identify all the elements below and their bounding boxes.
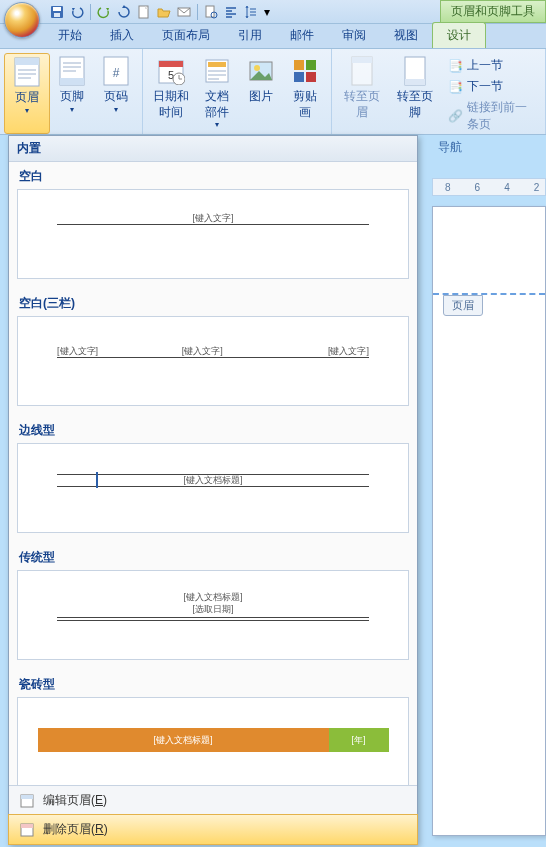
svg-rect-30 bbox=[21, 795, 33, 799]
gallery-item-blank[interactable]: [键入文字] bbox=[17, 189, 409, 279]
mail-icon[interactable] bbox=[175, 3, 193, 21]
svg-rect-14 bbox=[159, 61, 183, 67]
goto-header-icon bbox=[346, 55, 378, 87]
qat-dropdown-icon[interactable]: ▾ bbox=[262, 3, 272, 21]
svg-rect-10 bbox=[60, 78, 84, 85]
nav-section-buttons: 📑上一节 📑下一节 🔗链接到前一条页 bbox=[442, 53, 541, 134]
header-button[interactable]: 页眉▾ bbox=[4, 53, 50, 134]
ruler-tick: 8 bbox=[445, 182, 451, 193]
svg-rect-8 bbox=[15, 58, 39, 65]
tab-references[interactable]: 引用 bbox=[224, 23, 276, 48]
align-left-icon[interactable] bbox=[222, 3, 240, 21]
svg-rect-32 bbox=[21, 824, 33, 828]
svg-text:#: # bbox=[113, 66, 120, 80]
gallery-section-builtin: 内置 bbox=[9, 136, 417, 162]
save-icon[interactable] bbox=[48, 3, 66, 21]
goto-footer-button[interactable]: 转至页脚 bbox=[389, 53, 442, 134]
prev-section-button[interactable]: 📑上一节 bbox=[448, 57, 535, 74]
svg-rect-18 bbox=[208, 62, 226, 67]
svg-rect-24 bbox=[306, 72, 316, 82]
nav-pane-label: 导航 bbox=[432, 135, 546, 160]
ruler-tick: 6 bbox=[475, 182, 481, 193]
ribbon-body: 页眉▾ 页脚▾ # 页码▾ 5 日期和 时间 文档部件▾ 图片 剪贴画 bbox=[0, 49, 546, 135]
footer-button[interactable]: 页脚▾ bbox=[50, 53, 94, 134]
tab-home[interactable]: 开始 bbox=[44, 23, 96, 48]
gallery-item-title: 空白(三栏) bbox=[9, 289, 417, 314]
cursor-indicator bbox=[96, 472, 98, 488]
office-button[interactable] bbox=[4, 2, 40, 38]
quick-access-toolbar: ▾ bbox=[48, 0, 272, 23]
footer-icon bbox=[56, 55, 88, 87]
edit-header-menu-item[interactable]: 编辑页眉(E) bbox=[9, 786, 417, 815]
undo-icon[interactable] bbox=[68, 3, 86, 21]
edit-header-label: 编辑页眉(E) bbox=[43, 792, 107, 809]
separator bbox=[197, 4, 198, 20]
group-header-footer: 页眉▾ 页脚▾ # 页码▾ bbox=[0, 49, 143, 134]
svg-rect-26 bbox=[352, 57, 372, 63]
header-label: 页眉 bbox=[15, 90, 39, 106]
print-preview-icon[interactable] bbox=[202, 3, 220, 21]
document-page[interactable]: 页眉 bbox=[432, 206, 546, 836]
gallery-item-blank-3col[interactable]: [键入文字] [键入文字] [键入文字] bbox=[17, 316, 409, 406]
header-icon bbox=[11, 56, 43, 88]
page-number-button[interactable]: # 页码▾ bbox=[94, 53, 138, 134]
goto-header-button[interactable]: 转至页眉 bbox=[336, 53, 389, 134]
gallery-footer: 编辑页眉(E) 删除页眉(R) bbox=[9, 785, 417, 844]
gallery-item-classic[interactable]: [键入文档标题] [选取日期] bbox=[17, 570, 409, 660]
footer-label: 页脚 bbox=[60, 89, 84, 105]
picture-button[interactable]: 图片 bbox=[239, 53, 283, 134]
svg-rect-28 bbox=[405, 79, 425, 85]
gallery-item-edge[interactable]: [键入文档标题] bbox=[17, 443, 409, 533]
date-time-label: 日期和 时间 bbox=[153, 89, 189, 120]
group-insert: 5 日期和 时间 文档部件▾ 图片 剪贴画 bbox=[143, 49, 332, 134]
svg-rect-22 bbox=[306, 60, 316, 70]
ribbon-tabs: 开始 插入 页面布局 引用 邮件 审阅 视图 设计 bbox=[0, 24, 546, 49]
date-time-button[interactable]: 5 日期和 时间 bbox=[147, 53, 195, 134]
link-previous-button[interactable]: 🔗链接到前一条页 bbox=[448, 99, 535, 133]
remove-header-menu-item[interactable]: 删除页眉(R) bbox=[8, 814, 418, 845]
edit-icon bbox=[19, 793, 35, 809]
prev-section-icon: 📑 bbox=[448, 59, 463, 73]
ruler-tick: 4 bbox=[504, 182, 510, 193]
quick-parts-button[interactable]: 文档部件▾ bbox=[195, 53, 239, 134]
header-tag: 页眉 bbox=[443, 295, 483, 316]
placeholder-text: [选取日期] bbox=[18, 603, 408, 616]
svg-rect-5 bbox=[206, 6, 214, 17]
quick-parts-label: 文档部件 bbox=[201, 89, 233, 120]
svg-rect-23 bbox=[294, 72, 304, 82]
goto-footer-label: 转至页脚 bbox=[395, 89, 436, 120]
quick-parts-icon bbox=[201, 55, 233, 87]
document-area: 导航 8 6 4 2 页眉 bbox=[432, 135, 546, 847]
repeat-icon[interactable] bbox=[115, 3, 133, 21]
next-section-icon: 📑 bbox=[448, 80, 463, 94]
tab-page-layout[interactable]: 页面布局 bbox=[148, 23, 224, 48]
link-previous-label: 链接到前一条页 bbox=[467, 99, 535, 133]
gallery-scroll[interactable]: 空白 [键入文字] 空白(三栏) [键入文字] [键入文字] [键入文字] 边线… bbox=[9, 162, 417, 785]
calendar-icon: 5 bbox=[155, 55, 187, 87]
tab-insert[interactable]: 插入 bbox=[96, 23, 148, 48]
header-gallery-dropdown: 内置 空白 [键入文字] 空白(三栏) [键入文字] [键入文字] [键入文字]… bbox=[8, 135, 418, 845]
clipart-button[interactable]: 剪贴画 bbox=[283, 53, 327, 134]
tab-view[interactable]: 视图 bbox=[380, 23, 432, 48]
link-icon: 🔗 bbox=[448, 109, 463, 123]
tab-review[interactable]: 审阅 bbox=[328, 23, 380, 48]
ruler-tick: 2 bbox=[534, 182, 540, 193]
goto-footer-icon bbox=[399, 55, 431, 87]
page-number-icon: # bbox=[100, 55, 132, 87]
gallery-item-title: 空白 bbox=[9, 162, 417, 187]
page-number-label: 页码 bbox=[104, 89, 128, 105]
clipart-icon bbox=[289, 55, 321, 87]
group-navigation: 转至页眉 转至页脚 📑上一节 📑下一节 🔗链接到前一条页 bbox=[332, 49, 546, 134]
tab-mailings[interactable]: 邮件 bbox=[276, 23, 328, 48]
tab-design[interactable]: 设计 bbox=[432, 22, 486, 48]
next-section-button[interactable]: 📑下一节 bbox=[448, 78, 535, 95]
spacing-icon[interactable] bbox=[242, 3, 260, 21]
new-doc-icon[interactable] bbox=[135, 3, 153, 21]
open-icon[interactable] bbox=[155, 3, 173, 21]
gallery-item-title: 边线型 bbox=[9, 416, 417, 441]
gallery-item-tile[interactable]: [键入文档标题] [年] bbox=[17, 697, 409, 785]
contextual-tab-title: 页眉和页脚工具 bbox=[440, 0, 546, 23]
gallery-item-title: 传统型 bbox=[9, 543, 417, 568]
horizontal-ruler[interactable]: 8 6 4 2 bbox=[432, 178, 546, 196]
redo-icon[interactable] bbox=[95, 3, 113, 21]
